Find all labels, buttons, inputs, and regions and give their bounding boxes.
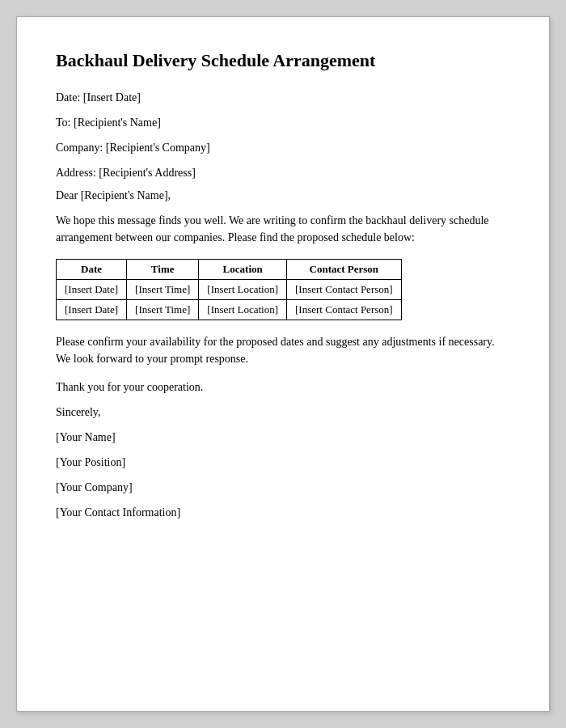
col-header-time: Time (127, 259, 199, 279)
sincerely: Sincerely, (56, 404, 510, 421)
to-field: To: [Recipient's Name] (56, 114, 510, 131)
company-field: Company: [Recipient's Company] (56, 139, 510, 156)
table-cell: [Insert Contact Person] (287, 279, 402, 299)
schedule-table: Date Time Location Contact Person [Inser… (56, 259, 402, 320)
col-header-location: Location (199, 259, 287, 279)
col-header-contact: Contact Person (287, 259, 402, 279)
table-cell: [Insert Date] (57, 299, 127, 320)
table-cell: [Insert Time] (127, 299, 199, 320)
col-header-date: Date (57, 259, 127, 279)
table-cell: [Insert Date] (57, 279, 127, 299)
document-title: Backhaul Delivery Schedule Arrangement (56, 49, 510, 73)
table-cell: [Insert Location] (199, 299, 287, 320)
table-cell: [Insert Contact Person] (287, 299, 402, 320)
table-header-row: Date Time Location Contact Person (57, 259, 402, 279)
date-field: Date: [Insert Date] (56, 89, 510, 106)
address-field: Address: [Recipient's Address] (56, 164, 510, 181)
salutation: Dear [Recipient's Name], (56, 189, 510, 202)
closing-paragraph: Please confirm your availability for the… (56, 333, 510, 367)
table-row: [Insert Date][Insert Time][Insert Locati… (57, 299, 402, 320)
your-contact: [Your Contact Information] (56, 504, 510, 521)
table-cell: [Insert Time] (127, 279, 199, 299)
your-position: [Your Position] (56, 454, 510, 471)
signature-block: Sincerely, [Your Name] [Your Position] [… (56, 404, 510, 521)
table-cell: [Insert Location] (199, 279, 287, 299)
table-row: [Insert Date][Insert Time][Insert Locati… (57, 279, 402, 299)
your-name: [Your Name] (56, 429, 510, 446)
your-company: [Your Company] (56, 479, 510, 496)
thank-you: Thank you for your cooperation. (56, 379, 510, 396)
document-page: Backhaul Delivery Schedule Arrangement D… (16, 16, 550, 712)
intro-paragraph: We hope this message finds you well. We … (56, 212, 510, 246)
